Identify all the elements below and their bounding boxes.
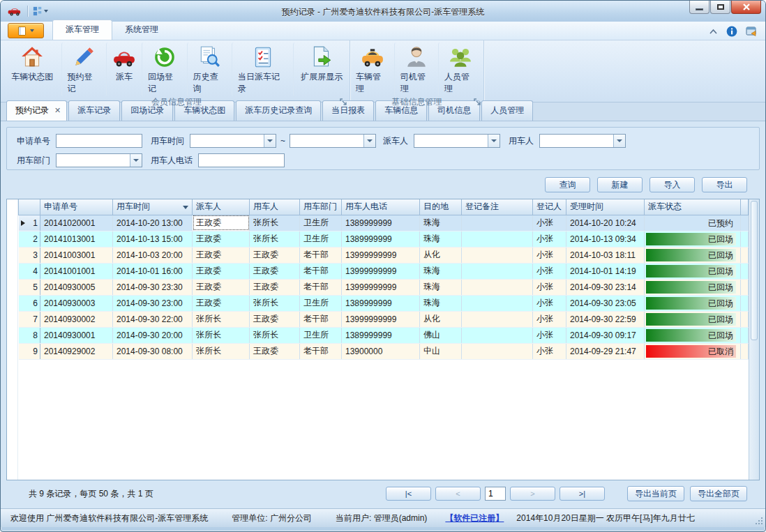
cell-status[interactable]: 已回场 <box>645 263 741 279</box>
cell-order_no[interactable]: 20141001001 <box>40 263 113 279</box>
about-icon[interactable] <box>746 26 758 37</box>
cell-status[interactable]: 已回场 <box>645 279 741 295</box>
header-user[interactable]: 用车人 <box>250 199 300 215</box>
table-row[interactable]: 6201409300032014-09-30 23:00王政委张所长卫生所138… <box>19 295 749 311</box>
export-all-pages-button[interactable]: 导出全部页 <box>690 486 747 501</box>
cell-dispatcher[interactable]: 王政委 <box>193 215 250 231</box>
cell-department[interactable]: 老干部 <box>300 247 342 263</box>
export-button[interactable]: 导出 <box>702 177 747 192</box>
cell-dispatcher[interactable]: 张所长 <box>193 343 250 359</box>
vehicle-status-chart-button[interactable]: 车辆状态图 <box>3 43 61 96</box>
cell-registrar[interactable]: 小张 <box>533 231 566 247</box>
cell-accept_time[interactable]: 2014-10-20 10:24 <box>566 215 645 231</box>
ribbon-tab-dispatch[interactable]: 派车管理 <box>52 20 112 40</box>
cell-registrar[interactable]: 小张 <box>533 311 566 327</box>
cell-destination[interactable]: 从化 <box>420 247 462 263</box>
cell-phone[interactable]: 13999999999 <box>342 263 420 279</box>
vehicle-management-button[interactable]: 车辆管理 <box>350 43 394 96</box>
cell-remark[interactable] <box>462 343 533 359</box>
cell-remark[interactable] <box>462 247 533 263</box>
cell-destination[interactable]: 珠海 <box>420 295 462 311</box>
use-time-to-combo[interactable] <box>290 134 376 148</box>
cell-registrar[interactable]: 小张 <box>533 247 566 263</box>
cell-dispatcher[interactable]: 王政委 <box>193 231 250 247</box>
cell-use_time[interactable]: 2014-09-30 20:00 <box>113 327 193 343</box>
collapse-ribbon-icon[interactable] <box>709 29 718 35</box>
history-query-button[interactable]: 历史查询 <box>187 43 232 96</box>
cell-user[interactable]: 张所长 <box>250 215 300 231</box>
app-menu-button[interactable] <box>8 23 44 38</box>
ribbon-tab-system[interactable]: 系统管理 <box>112 20 171 40</box>
header-destination[interactable]: 目的地 <box>420 199 462 215</box>
cell-use_time[interactable]: 2014-09-30 23:30 <box>113 279 193 295</box>
last-page-button[interactable]: >| <box>560 487 605 501</box>
new-button[interactable]: 新建 <box>597 177 643 192</box>
cell-order_no[interactable]: 20141013001 <box>40 231 113 247</box>
cell-registrar[interactable]: 小张 <box>533 215 566 231</box>
cell-department[interactable]: 老干部 <box>300 263 342 279</box>
return-register-button[interactable]: 回场登记 <box>142 43 187 96</box>
cell-order_no[interactable]: 20140929002 <box>40 343 113 359</box>
cell-registrar[interactable]: 小张 <box>533 327 566 343</box>
order-no-input[interactable] <box>56 134 142 148</box>
cell-accept_time[interactable]: 2014-09-30 22:59 <box>566 311 645 327</box>
cell-dispatcher[interactable]: 王政委 <box>193 295 250 311</box>
driver-management-button[interactable]: 司机管理 <box>394 43 438 96</box>
personnel-management-button[interactable]: 人员管理 <box>438 43 482 96</box>
maximize-button[interactable] <box>710 1 730 14</box>
cell-indicator[interactable]: 5 <box>19 279 40 295</box>
minimize-button[interactable] <box>689 1 709 14</box>
prev-page-button[interactable]: < <box>435 487 481 501</box>
import-button[interactable]: 导入 <box>649 177 695 192</box>
reservation-register-button[interactable]: 预约登记 <box>61 43 107 96</box>
cell-department[interactable]: 老干部 <box>300 279 342 295</box>
cell-indicator[interactable]: 2 <box>19 231 40 247</box>
cell-indicator[interactable]: 3 <box>19 247 40 263</box>
sort-filter-icon[interactable] <box>183 206 188 209</box>
cell-accept_time[interactable]: 2014-09-29 21:47 <box>566 343 645 359</box>
resize-grip-icon[interactable] <box>755 517 763 525</box>
cell-dispatcher[interactable]: 王政委 <box>193 279 250 295</box>
cell-registrar[interactable]: 小张 <box>533 295 566 311</box>
close-button[interactable] <box>731 1 761 14</box>
cell-dispatcher[interactable]: 张所长 <box>193 311 250 327</box>
cell-order_no[interactable]: 20141003001 <box>40 247 113 263</box>
cell-accept_time[interactable]: 2014-10-13 09:34 <box>566 231 645 247</box>
today-dispatch-records-button[interactable]: 当日派车记录 <box>232 43 293 96</box>
cell-order_no[interactable]: 20140930005 <box>40 279 113 295</box>
cell-use_time[interactable]: 2014-09-30 23:00 <box>113 295 193 311</box>
cell-status[interactable]: 已预约 <box>645 215 741 231</box>
table-row[interactable]: 9201409290022014-09-30 08:00张所长王政委老干部139… <box>19 343 749 359</box>
cell-phone[interactable]: 13999999999 <box>342 247 420 263</box>
cell-remark[interactable] <box>462 327 533 343</box>
dialog-launcher-icon[interactable] <box>340 98 347 106</box>
cell-remark[interactable] <box>462 215 533 231</box>
extended-screen-button[interactable]: 扩展屏显示 <box>293 43 350 96</box>
cell-destination[interactable]: 珠海 <box>420 215 462 231</box>
header-status[interactable]: 派车状态 <box>645 199 741 215</box>
cell-department[interactable]: 卫生所 <box>300 231 342 247</box>
table-row[interactable]: 1201410200012014-10-20 13:00王政委张所长卫生所138… <box>19 215 749 231</box>
cell-order_no[interactable]: 20140930001 <box>40 327 113 343</box>
cell-phone[interactable]: 13900000 <box>342 343 420 359</box>
cell-department[interactable]: 卫生所 <box>300 295 342 311</box>
cell-department[interactable]: 老干部 <box>300 311 342 327</box>
cell-accept_time[interactable]: 2014-10-01 14:19 <box>566 263 645 279</box>
dispatch-button[interactable]: 派车 <box>106 43 142 96</box>
cell-indicator[interactable]: 4 <box>19 263 40 279</box>
table-row[interactable]: 3201410030012014-10-03 20:00王政委王政委老干部139… <box>19 247 749 263</box>
cell-destination[interactable]: 佛山 <box>420 327 462 343</box>
cell-use_time[interactable]: 2014-10-13 15:00 <box>113 231 193 247</box>
cell-department[interactable]: 卫生所 <box>300 215 342 231</box>
cell-destination[interactable]: 中山 <box>420 343 462 359</box>
cell-remark[interactable] <box>462 231 533 247</box>
table-row[interactable]: 4201410010012014-10-01 16:00王政委王政委老干部139… <box>19 263 749 279</box>
cell-phone[interactable]: 1389999999 <box>342 295 420 311</box>
header-use-time[interactable]: 用车时间 <box>113 199 193 215</box>
cell-status[interactable]: 已回场 <box>645 311 741 327</box>
vertical-scrollbar[interactable] <box>749 199 759 480</box>
header-department[interactable]: 用车部门 <box>300 199 342 215</box>
cell-registrar[interactable]: 小张 <box>533 279 566 295</box>
dialog-launcher-icon[interactable] <box>474 98 481 106</box>
cell-remark[interactable] <box>462 279 533 295</box>
